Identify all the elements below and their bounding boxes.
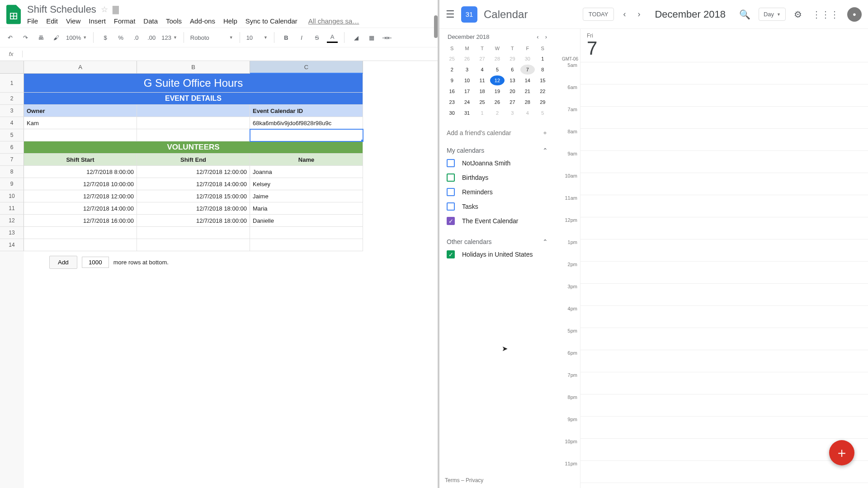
mini-day[interactable]: 30 [445, 108, 459, 118]
cell[interactable]: 12/7/2018 18:00:00 [137, 202, 250, 215]
row-header[interactable]: 13 [0, 227, 24, 239]
cell[interactable]: 12/7/2018 8:00:00 [24, 166, 137, 178]
redo-icon[interactable]: ↷ [20, 32, 31, 43]
mini-day[interactable]: 25 [445, 54, 459, 64]
cell[interactable] [24, 227, 137, 239]
cell[interactable]: 12/7/2018 12:00:00 [24, 190, 137, 202]
mini-day[interactable]: 15 [536, 75, 550, 85]
add-friend-icon[interactable]: ＋ [542, 129, 548, 137]
prev-icon[interactable]: ‹ [620, 7, 628, 22]
fill-color-icon[interactable]: ◢ [351, 32, 362, 43]
calendar-item[interactable]: ✓The Event Calendar [445, 214, 550, 228]
cell[interactable]: Danielle [250, 215, 363, 227]
mini-day[interactable]: 31 [460, 108, 474, 118]
cell[interactable]: 12/7/2018 10:00:00 [24, 178, 137, 190]
star-icon[interactable]: ☆ [101, 5, 108, 14]
menu-icon[interactable]: ☰ [446, 9, 455, 20]
doc-title[interactable]: Shift Schedules [27, 4, 96, 15]
calendar-item[interactable]: Tasks [445, 199, 550, 214]
subtitle-cell[interactable]: EVENT DETAILS [24, 93, 363, 105]
row-header[interactable]: 4 [0, 117, 24, 129]
row-header[interactable]: 5 [0, 129, 24, 141]
row-header[interactable]: 7 [0, 154, 24, 166]
hour-slot[interactable] [580, 306, 868, 328]
checkbox[interactable] [447, 174, 455, 182]
mini-day[interactable]: 27 [505, 97, 519, 107]
title-cell[interactable]: G Suite Office Hours [24, 74, 363, 93]
checkbox[interactable] [447, 159, 455, 167]
cell[interactable]: 68ka6mb6iv9jdo6f9828r98u9c [250, 117, 363, 129]
menu-format[interactable]: Format [114, 17, 136, 25]
menu-data[interactable]: Data [143, 17, 158, 25]
add-rows-input[interactable] [82, 257, 109, 268]
calendar-item[interactable]: Reminders [445, 185, 550, 199]
today-button[interactable]: TODAY [583, 8, 614, 21]
row-header[interactable]: 9 [0, 178, 24, 190]
row-header[interactable]: 8 [0, 166, 24, 178]
cell[interactable] [250, 227, 363, 239]
hour-slot[interactable] [580, 217, 868, 239]
paint-format-icon[interactable]: 🖌 [51, 32, 61, 43]
col-header-cell[interactable]: Shift End [137, 154, 250, 166]
currency-icon[interactable]: $ [100, 32, 111, 43]
mini-day[interactable]: 28 [490, 54, 504, 64]
strike-icon[interactable]: S [311, 32, 322, 43]
menu-add-ons[interactable]: Add-ons [190, 17, 215, 25]
hour-slot[interactable] [580, 107, 868, 129]
mini-day[interactable]: 5 [490, 65, 504, 75]
selected-cell[interactable] [250, 129, 363, 141]
merge-icon[interactable]: ⇥⇤ [382, 32, 392, 43]
bold-icon[interactable]: B [281, 32, 292, 43]
cell[interactable]: 12/7/2018 18:00:00 [137, 215, 250, 227]
mini-day[interactable]: 2 [490, 108, 504, 118]
header-cell[interactable]: Event Calendar ID [250, 105, 363, 117]
hour-slot[interactable] [580, 151, 868, 173]
checkbox[interactable]: ✓ [447, 217, 455, 225]
menu-edit[interactable]: Edit [46, 17, 58, 25]
cell[interactable]: Jaime [250, 190, 363, 202]
hour-slot[interactable] [580, 372, 868, 394]
cell[interactable] [24, 129, 137, 141]
row-header[interactable]: 12 [0, 215, 24, 227]
percent-icon[interactable]: % [115, 32, 126, 43]
cell[interactable]: 12/7/2018 12:00:00 [137, 166, 250, 178]
cell[interactable]: Joanna [250, 166, 363, 178]
mini-day[interactable]: 4 [520, 108, 534, 118]
mini-day[interactable]: 10 [460, 75, 474, 85]
font-size-dropdown[interactable]: 10▼ [246, 34, 268, 41]
cell[interactable] [250, 239, 363, 251]
calendar-item[interactable]: NotJoanna Smith [445, 156, 550, 170]
menu-file[interactable]: File [27, 17, 38, 25]
header-cell[interactable]: Owner [24, 105, 137, 117]
mini-next-icon[interactable]: › [545, 33, 547, 40]
mini-day[interactable]: 20 [505, 86, 519, 96]
section-cell[interactable]: VOLUNTEERS [24, 141, 363, 154]
apps-icon[interactable]: ⋮⋮⋮ [810, 7, 841, 22]
cell[interactable] [137, 129, 250, 141]
menu-tools[interactable]: Tools [166, 17, 182, 25]
select-all-corner[interactable] [0, 61, 24, 74]
mini-day[interactable]: 7 [520, 65, 534, 75]
col-header-b[interactable]: B [137, 61, 250, 74]
mini-day[interactable]: 16 [445, 86, 459, 96]
mini-day[interactable]: 3 [460, 65, 474, 75]
mini-day[interactable]: 18 [475, 86, 489, 96]
search-icon[interactable]: 🔍 [737, 7, 752, 22]
cell[interactable]: Kam [24, 117, 137, 129]
hour-slot[interactable] [580, 195, 868, 217]
collapse-icon[interactable]: ⌃ [542, 238, 548, 245]
mini-day[interactable]: 22 [536, 86, 550, 96]
menu-view[interactable]: View [66, 17, 80, 25]
cell[interactable] [24, 239, 137, 251]
hour-slot[interactable] [580, 328, 868, 350]
mini-day[interactable]: 23 [445, 97, 459, 107]
menu-insert[interactable]: Insert [89, 17, 106, 25]
mini-day[interactable]: 1 [536, 54, 550, 64]
row-header[interactable]: 2 [0, 93, 24, 105]
undo-icon[interactable]: ↶ [5, 32, 15, 43]
mini-day[interactable]: 5 [536, 108, 550, 118]
print-icon[interactable]: 🖶 [35, 32, 46, 43]
view-dropdown[interactable]: Day▼ [759, 8, 786, 21]
gear-icon[interactable]: ⚙ [792, 7, 804, 22]
font-dropdown[interactable]: Roboto▼ [190, 34, 233, 41]
